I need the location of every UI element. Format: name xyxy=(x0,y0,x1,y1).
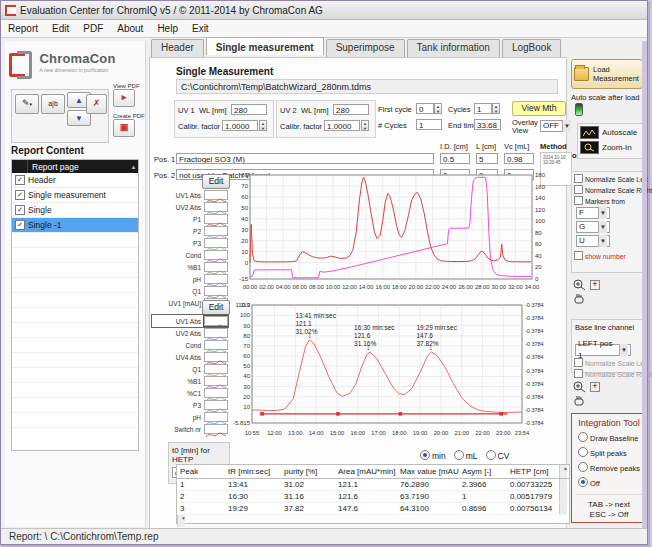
baseline-channel-select[interactable]: LEFT pos 1▼ xyxy=(575,344,631,356)
unit-radio-cv[interactable]: CV xyxy=(486,450,510,461)
marker-select-u[interactable]: U▼ xyxy=(576,235,610,247)
channel-item-ph[interactable]: pH xyxy=(152,273,228,285)
zoom-in-button[interactable]: Zoom-In xyxy=(580,141,644,154)
normalize-left-checkbox[interactable]: Normalize Scale Left xyxy=(574,174,646,183)
table-scroll-up-icon[interactable]: ▲ xyxy=(559,465,567,478)
channel-item-uv2-abs[interactable]: UV2 Abs xyxy=(152,201,228,213)
channel-item-uv2-abs[interactable]: UV2 Abs xyxy=(152,327,228,339)
edit-channels-bottom-button[interactable]: Edit xyxy=(202,300,230,315)
pos1-id-field[interactable]: 0.5 xyxy=(440,153,470,164)
uv2-calibr-spinner[interactable]: ▲▼ xyxy=(361,120,369,131)
channel-item-p3[interactable]: P3 xyxy=(152,399,228,411)
analysis-chart[interactable]: 110.3110100908070605040302010-5.815-0.37… xyxy=(230,298,564,450)
row-checkbox[interactable]: ✓ xyxy=(15,175,25,185)
table-scrollbar[interactable] xyxy=(559,479,567,490)
normalize-right-checkbox[interactable]: Normalize Scale Right xyxy=(574,185,646,194)
num-cycles-field[interactable]: 1 xyxy=(416,119,442,130)
create-pdf-button[interactable]: ▣ xyxy=(113,119,135,137)
channel-item--b1[interactable]: %B1 xyxy=(152,375,228,387)
pos1-field[interactable]: Fractogel SO3 (M) xyxy=(176,153,434,164)
uv2-wl-field[interactable]: 280 xyxy=(333,104,369,115)
first-cycle-field[interactable]: 0 xyxy=(416,103,434,114)
tab-header[interactable]: Header xyxy=(151,39,204,57)
report-row-single-measurement[interactable]: ✓Single measurement xyxy=(12,188,138,203)
tab-logbook[interactable]: LogBook xyxy=(502,39,561,57)
channel-item-q1[interactable]: Q1 xyxy=(152,363,228,375)
uv2-calibr-field[interactable]: 1.0000 xyxy=(324,120,360,131)
hand-icon[interactable] xyxy=(573,395,585,406)
delete-page-button[interactable]: ✗ xyxy=(86,94,107,114)
channel-item-p2[interactable]: P2 xyxy=(152,225,228,237)
peak-table-row[interactable]: 319:2937.82147.664.31000.86960.00756134 xyxy=(177,503,569,515)
markers-from-checkbox[interactable]: Markers from xyxy=(574,196,646,205)
table-scrollbar[interactable] xyxy=(559,491,567,502)
show-number-checkbox[interactable]: show number xyxy=(574,251,646,260)
unit-radio-min[interactable]: min xyxy=(420,450,446,461)
cycles-field[interactable]: 1 xyxy=(474,103,492,114)
channel-item-q1[interactable]: Q1 xyxy=(152,285,228,297)
report-row-single[interactable]: ✓Single xyxy=(12,203,138,218)
integration-option-draw-baseline[interactable]: Draw Baseline xyxy=(578,432,646,443)
report-row-header[interactable]: ✓Header xyxy=(12,173,138,188)
marker-select-g[interactable]: G▼ xyxy=(576,221,610,233)
autoscale-button[interactable]: Autoscale xyxy=(580,126,644,139)
uv1-wl-field[interactable]: 280 xyxy=(231,104,267,115)
auto-scale-led[interactable] xyxy=(575,103,583,116)
channel-item-ph[interactable]: pH xyxy=(152,411,228,423)
channel-item-uv1-abs[interactable]: UV1 Abs xyxy=(152,315,228,327)
integration-option-split-peaks[interactable]: Split peaks xyxy=(578,447,646,458)
report-row-single--1[interactable]: ✓Single -1 xyxy=(12,218,138,233)
channel-item-cond[interactable]: Cond xyxy=(152,339,228,351)
magnifier-plus-icon[interactable] xyxy=(573,381,587,393)
channel-item-cond[interactable]: Cond xyxy=(152,249,228,261)
plus-box-icon[interactable]: + xyxy=(590,280,600,290)
integration-option-off[interactable]: Off xyxy=(578,477,646,488)
edit-channels-top-button[interactable]: Edit xyxy=(202,174,230,189)
baseline-normalize-right-checkbox[interactable]: Normalize Scale Right xyxy=(574,369,646,378)
overlay-view-select[interactable]: OFF▼ xyxy=(540,120,566,132)
baseline-normalize-left-checkbox[interactable]: Normalize Scale Left xyxy=(574,358,646,367)
channel-item-p3[interactable]: P3 xyxy=(152,237,228,249)
channel-item-switch-nr[interactable]: Switch nr xyxy=(152,423,228,435)
tab-superimpose[interactable]: Superimpose xyxy=(326,39,405,57)
tab-tank-information[interactable]: Tank information xyxy=(407,39,500,57)
row-checkbox[interactable]: ✓ xyxy=(15,190,25,200)
integration-option-remove-peaks[interactable]: Remove peaks xyxy=(578,462,646,473)
uv1-calibr-field[interactable]: 1.0000 xyxy=(222,120,258,131)
menu-help[interactable]: Help xyxy=(150,22,185,35)
channel-item--c1[interactable]: %C1 xyxy=(152,387,228,399)
table-scroll-down-icon[interactable]: ▼ xyxy=(177,515,185,526)
menu-edit[interactable]: Edit xyxy=(45,22,76,35)
row-checkbox[interactable]: ✓ xyxy=(15,205,25,215)
pos1-l-field[interactable]: 5 xyxy=(476,153,498,164)
pos1-vc-field[interactable]: 0.98 xyxy=(504,153,534,164)
channel-item-uv1-abs[interactable]: UV1 Abs xyxy=(152,189,228,201)
menu-pdf[interactable]: PDF xyxy=(76,22,110,35)
view-pdf-button[interactable]: ▸ xyxy=(113,89,135,107)
menu-exit[interactable]: Exit xyxy=(185,22,216,35)
load-measurement-button[interactable]: Load Measurement xyxy=(571,59,643,89)
first-cycle-spinner[interactable]: ▲▼ xyxy=(434,103,442,114)
rename-button[interactable]: a|b xyxy=(41,94,65,114)
hand-icon[interactable] xyxy=(573,293,585,304)
channel-item-uv4-abs[interactable]: UV4 Abs xyxy=(152,351,228,363)
uv1-calibr-spinner[interactable]: ▲▼ xyxy=(259,120,267,131)
table-scrollbar[interactable] xyxy=(559,503,567,514)
marker-select-f[interactable]: F▼ xyxy=(576,207,610,219)
row-checkbox[interactable]: ✓ xyxy=(15,220,25,230)
peak-table-row[interactable]: 216:3031.16121.663.719010.00517979 xyxy=(177,491,569,503)
edit-pencil-button[interactable]: ✎▾ xyxy=(15,94,39,114)
menu-about[interactable]: About xyxy=(110,22,150,35)
magnifier-plus-icon[interactable] xyxy=(573,279,587,291)
menu-report[interactable]: Report xyxy=(1,22,45,35)
cycles-spinner[interactable]: ▲▼ xyxy=(492,103,500,114)
overview-chart[interactable]: 80706050403020100-1518016014012010080604… xyxy=(230,170,564,300)
scroll-up-icon[interactable]: ▲ xyxy=(129,164,138,170)
end-time-field[interactable]: 33.68 xyxy=(474,119,501,130)
plus-box-icon[interactable]: + xyxy=(590,382,600,392)
tab-single-measurement[interactable]: Single measurement xyxy=(206,37,324,55)
peak-table-row[interactable]: 113:4131.02121.176.28902.39660.00733225 xyxy=(177,479,569,491)
file-path-field[interactable]: C:\Contichrom\Temp\BatchWizard_280nm.tdm… xyxy=(176,79,558,94)
view-mth-button[interactable]: View Mth xyxy=(512,101,566,116)
channel-item-p1[interactable]: P1 xyxy=(152,213,228,225)
